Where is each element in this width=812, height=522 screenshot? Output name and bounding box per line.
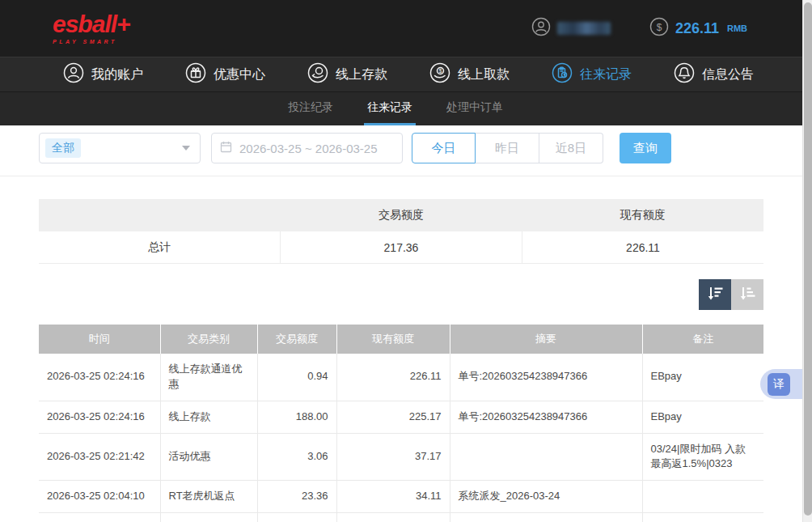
col-header-summary: 摘要 [450, 325, 642, 354]
cell-amount: 188.00 [257, 401, 336, 433]
col-header-amount: 交易额度 [257, 325, 336, 354]
username-blurred[interactable] [557, 22, 611, 35]
balance-coin-icon: $ [649, 17, 669, 40]
balance-currency: RMB [727, 23, 747, 33]
top-bar: esball+ PLAY SMART $ 226.11 RMB [0, 0, 812, 57]
cell-balance: 225.17 [336, 401, 450, 433]
cell-remark: EBpay [642, 401, 763, 433]
last-8-days-button[interactable]: 近8日 [539, 133, 603, 163]
date-range-input[interactable]: 2026-03-25 ~ 2026-03-25 [211, 133, 403, 163]
cell-remark: EBpay [642, 354, 763, 401]
record-subtabs: 投注纪录 往来记录 处理中订单 [0, 91, 812, 125]
translate-icon: 译 [768, 373, 790, 396]
sort-ascending-icon [738, 284, 756, 305]
cell-time: 2026-03-25 00:46:03 [39, 513, 160, 522]
nav-label: 线上存款 [336, 66, 387, 83]
summary-header-current: 现有额度 [522, 199, 763, 231]
summary-current-amount: 226.11 [522, 231, 763, 263]
transactions-table-header: 时间 交易类别 交易额度 现有额度 摘要 备注 [39, 325, 763, 354]
cell-remark: 03/24|限时加码 入款最高返1.5%|0323 [642, 433, 763, 481]
cell-summary: 电棋日日签到A*综-全_0324 [450, 513, 642, 522]
sort-ascending-button[interactable] [731, 279, 763, 310]
deposit-icon [307, 62, 328, 87]
logo-text: esball+ [53, 12, 130, 36]
cell-amount: 2.00 [257, 513, 336, 522]
date-range-value: 2026-03-25 ~ 2026-03-25 [239, 142, 378, 155]
sort-bar [39, 279, 763, 310]
search-button[interactable]: 查询 [620, 133, 671, 163]
cell-summary [450, 433, 642, 481]
withdraw-icon: $ [429, 62, 450, 87]
nav-label: 我的账户 [91, 66, 143, 83]
cell-time: 2026-03-25 02:24:16 [39, 354, 160, 401]
nav-item-transaction-records[interactable]: 往来记录 [552, 62, 632, 87]
user-avatar-icon[interactable] [531, 17, 551, 40]
cell-summary: 系统派发_2026-03-24 [450, 481, 642, 513]
col-header-balance: 现有额度 [336, 325, 450, 354]
table-row: 2026-03-25 02:24:16 线上存款通道优惠 0.94 226.11… [39, 354, 763, 401]
bell-icon [674, 62, 695, 87]
nav-item-announcements[interactable]: 信息公告 [674, 62, 754, 87]
cell-time: 2026-03-25 02:24:16 [39, 401, 160, 433]
vertical-scrollbar[interactable] [802, 0, 812, 522]
today-button[interactable]: 今日 [412, 133, 476, 163]
summary-transaction-amount: 217.36 [281, 231, 522, 263]
summary-header-row: 交易额度 现有额度 [39, 199, 763, 231]
translate-widget[interactable]: 译 [760, 369, 802, 399]
svg-text:$: $ [657, 22, 662, 33]
transactions-table: 时间 交易类别 交易额度 现有额度 摘要 备注 2026-03-25 02:24… [39, 325, 763, 522]
cell-balance: 226.11 [336, 354, 450, 401]
scrollbar-thumb[interactable] [804, 2, 812, 516]
cell-amount: 23.36 [257, 481, 336, 513]
cell-category: 签到活动 [160, 513, 257, 522]
cell-balance: 37.17 [336, 433, 450, 481]
type-select[interactable]: 全部 [39, 133, 201, 163]
type-select-value: 全部 [45, 138, 81, 158]
table-row: 2026-03-25 02:24:16 线上存款 188.00 225.17 单… [39, 401, 763, 433]
cell-amount: 0.94 [257, 354, 336, 401]
divider [0, 176, 812, 176]
summary-total-label: 总计 [39, 231, 281, 263]
quick-date-buttons: 今日 昨日 近8日 [412, 133, 603, 163]
col-header-remark: 备注 [642, 325, 763, 354]
yesterday-button[interactable]: 昨日 [476, 133, 539, 163]
nav-item-my-account[interactable]: 我的账户 [63, 62, 143, 87]
nav-label: 线上取款 [458, 66, 510, 83]
nav-label: 优惠中心 [214, 66, 265, 83]
cell-category: RT老虎机返点 [160, 481, 257, 513]
user-icon [63, 62, 84, 87]
cell-amount: 3.06 [257, 433, 336, 481]
nav-item-online-withdraw[interactable]: $ 线上取款 [429, 62, 510, 87]
cell-category: 线上存款 [160, 401, 257, 433]
cell-category: 线上存款通道优惠 [160, 354, 257, 401]
cell-time: 2026-03-25 02:04:10 [39, 481, 160, 513]
nav-label: 信息公告 [702, 66, 754, 83]
site-logo[interactable]: esball+ PLAY SMART [53, 12, 130, 45]
gift-icon [185, 62, 206, 87]
records-icon [552, 62, 573, 87]
tab-betting-records[interactable]: 投注纪录 [285, 92, 336, 125]
cell-balance: 10.75 [336, 513, 450, 522]
summary-header-transaction: 交易额度 [281, 199, 522, 231]
col-header-time: 时间 [39, 325, 160, 354]
main-nav: 我的账户 优惠中心 线上存款 $ 线上取款 [0, 57, 812, 91]
summary-table: 交易额度 现有额度 总计 217.36 226.11 [39, 199, 763, 264]
tab-transaction-records[interactable]: 往来记录 [364, 92, 416, 125]
filter-row: 全部 2026-03-25 ~ 2026-03-25 今日 昨日 近8日 查询 [39, 133, 812, 163]
cell-summary: 单号:202603254238947366 [450, 354, 642, 401]
cell-summary: 单号:202603254238947366 [450, 401, 642, 433]
sort-descending-button[interactable] [699, 279, 731, 310]
cell-remark [642, 513, 763, 522]
table-row: 2026-03-25 02:21:42 活动优惠 3.06 37.17 03/2… [39, 433, 763, 481]
summary-total-row: 总计 217.36 226.11 [39, 231, 763, 264]
nav-item-promotions[interactable]: 优惠中心 [185, 62, 265, 87]
chevron-down-icon [182, 146, 190, 151]
summary-header-empty [39, 199, 281, 231]
tab-pending-orders[interactable]: 处理中订单 [443, 92, 506, 125]
table-row: 2026-03-25 02:04:10 RT老虎机返点 23.36 34.11 … [39, 481, 763, 513]
logo-tagline: PLAY SMART [53, 39, 130, 45]
cell-category: 活动优惠 [160, 433, 257, 481]
cell-remark [642, 481, 763, 513]
nav-label: 往来记录 [580, 66, 632, 83]
nav-item-online-deposit[interactable]: 线上存款 [307, 62, 387, 87]
